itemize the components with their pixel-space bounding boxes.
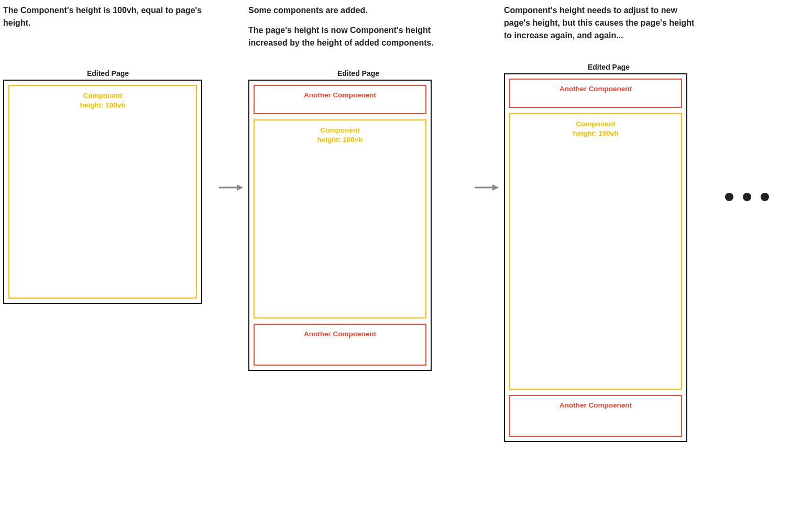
ellipsis-icon: [714, 4, 769, 201]
step-1-caption: The Component's height is 100vh, equal t…: [3, 4, 213, 54]
dot-icon: [761, 193, 769, 201]
arrow-1: [213, 4, 248, 193]
arrow-right-icon: [474, 182, 499, 193]
component-100vh: Component height: 100vh: [8, 85, 197, 299]
dot-icon: [743, 193, 751, 201]
another-component-label: Another Compoenent: [559, 401, 632, 409]
another-component-label: Another Compoenent: [304, 91, 376, 99]
component-height-label: height: 100vh: [9, 101, 196, 110]
component-label: Component: [510, 119, 681, 129]
svg-marker-1: [237, 184, 243, 191]
component-height-label: height: 100vh: [510, 129, 681, 138]
step-3-caption: Component's height needs to adjust to ne…: [504, 4, 714, 54]
another-component-label: Another Compoenent: [559, 85, 632, 93]
arrow-2: [468, 4, 504, 193]
step-2-caption: Some components are added. The page's he…: [248, 4, 468, 54]
step-3-diagram: Edited Page Another Compoenent Component…: [504, 63, 714, 442]
component-label: Component: [255, 126, 425, 135]
step-2-caption-line1: Some components are added.: [248, 4, 458, 17]
another-component-bottom: Another Compoenent: [254, 324, 426, 366]
step-1-diagram: Edited Page Component height: 100vh: [3, 69, 213, 304]
component-100vh: Component height: 100vh: [509, 113, 682, 390]
svg-marker-3: [492, 184, 499, 191]
edited-page-box: Component height: 100vh: [3, 80, 202, 304]
diagram-container: The Component's height is 100vh, equal t…: [0, 0, 812, 446]
edited-page-box: Another Compoenent Component height: 100…: [248, 80, 432, 371]
edited-page-label: Edited Page: [504, 63, 714, 71]
step-2-diagram: Edited Page Another Compoenent Component…: [248, 69, 468, 371]
edited-page-box: Another Compoenent Component height: 100…: [504, 73, 687, 442]
step-3-column: Component's height needs to adjust to ne…: [504, 4, 714, 442]
dot-icon: [725, 193, 733, 201]
another-component-top: Another Compoenent: [509, 79, 682, 108]
edited-page-label: Edited Page: [3, 69, 213, 78]
arrow-right-icon: [218, 182, 243, 193]
component-label: Component: [9, 91, 196, 101]
component-100vh: Component height: 100vh: [254, 119, 426, 318]
component-height-label: height: 100vh: [255, 135, 425, 145]
step-2-column: Some components are added. The page's he…: [248, 4, 468, 371]
another-component-label: Another Compoenent: [304, 330, 376, 338]
another-component-top: Another Compoenent: [254, 85, 426, 114]
another-component-bottom: Another Compoenent: [509, 395, 682, 437]
edited-page-label: Edited Page: [248, 69, 468, 78]
step-2-caption-line2: The page's height is now Component's hei…: [248, 24, 458, 49]
step-1-column: The Component's height is 100vh, equal t…: [3, 4, 213, 304]
